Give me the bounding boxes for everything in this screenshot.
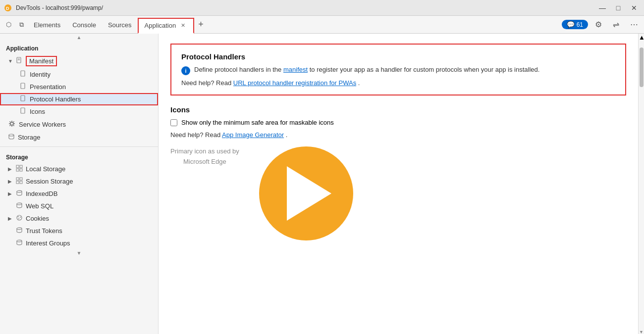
tab-console[interactable]: Console xyxy=(66,17,102,33)
scroll-thumb[interactable] xyxy=(640,48,644,87)
tabbar: ⬡ ⧉ Elements Console Sources Application… xyxy=(0,16,644,34)
protocol-help-line: Need help? Read URL protocol handler reg… xyxy=(181,79,615,87)
svg-point-9 xyxy=(10,122,13,125)
indexeddb-label: IndexedDB xyxy=(26,190,57,197)
svg-rect-23 xyxy=(16,178,19,180)
manifest-link[interactable]: manifest xyxy=(283,66,308,73)
svg-rect-21 xyxy=(16,169,19,171)
indexeddb-cylinder-icon xyxy=(16,190,23,198)
svg-rect-24 xyxy=(20,178,22,180)
sidebar-item-local-storage[interactable]: ▶ Local Storage xyxy=(0,163,158,175)
local-storage-label: Local Storage xyxy=(26,165,65,173)
sidebar-item-indexeddb[interactable]: ▶ IndexedDB xyxy=(0,188,158,200)
pwa-link[interactable]: URL protocol handler registration for PW… xyxy=(233,79,356,87)
maskable-icons-label: Show only the minimum safe area for mask… xyxy=(181,119,334,126)
svg-line-16 xyxy=(13,122,14,122)
svg-point-30 xyxy=(18,216,19,217)
main-layout: ▲ Application ▼ Manifest Identity Presen… xyxy=(0,34,644,334)
svg-rect-20 xyxy=(20,165,22,168)
manifest-file-icon xyxy=(16,57,23,65)
cookies-icon xyxy=(16,214,23,223)
close-button[interactable]: ✕ xyxy=(628,3,640,12)
tab-application-close[interactable]: ✕ xyxy=(179,21,187,30)
protocol-handlers-label: Protocol Handlers xyxy=(30,95,81,103)
titlebar: D DevTools - localhost:999/pwamp/ — □ ✕ xyxy=(0,0,644,16)
primary-icon-area: Primary icon as used by Microsoft Edge xyxy=(170,146,626,240)
indexeddb-expand-icon: ▶ xyxy=(8,191,12,196)
cookies-expand-icon: ▶ xyxy=(8,216,12,221)
maximize-button[interactable]: □ xyxy=(612,3,624,12)
svg-point-27 xyxy=(17,191,22,192)
svg-rect-25 xyxy=(16,181,19,184)
play-icon xyxy=(287,166,331,221)
tab-sources-label: Sources xyxy=(108,21,132,29)
local-storage-grid-icon xyxy=(16,165,23,173)
more-button[interactable]: ⋯ xyxy=(626,18,642,31)
svg-rect-19 xyxy=(16,165,19,168)
storage-tree-label: Storage xyxy=(18,134,41,141)
content-scrollbar[interactable]: ▲ ▼ xyxy=(638,34,644,334)
settings-button[interactable]: ⚙ xyxy=(591,18,606,31)
sidebar-item-service-workers[interactable]: Service Workers xyxy=(0,118,158,131)
presentation-file-icon xyxy=(20,83,27,91)
scroll-up-indicator: ▲ xyxy=(0,34,158,41)
sidebar-item-manifest[interactable]: ▼ Manifest xyxy=(0,54,158,68)
svg-rect-22 xyxy=(20,169,22,171)
window-title: DevTools - localhost:999/pwamp/ xyxy=(16,4,592,11)
svg-point-32 xyxy=(18,218,19,219)
scroll-up-btn[interactable]: ▲ xyxy=(639,34,644,38)
tab-add-button[interactable]: + xyxy=(194,19,208,30)
sidebar-item-trust-tokens[interactable]: Trust Tokens xyxy=(0,225,158,237)
sidebar-item-session-storage[interactable]: ▶ Session Storage xyxy=(0,175,158,188)
protocol-info-text: Define protocol handlers in the manifest… xyxy=(194,66,539,73)
scroll-down-btn[interactable]: ▼ xyxy=(639,330,644,334)
tab-elements-label: Elements xyxy=(34,21,60,29)
websql-cylinder-icon xyxy=(16,202,23,210)
protocol-handlers-section: Protocol Handlers i Define protocol hand… xyxy=(170,44,626,95)
svg-line-14 xyxy=(10,122,10,122)
tab-elements[interactable]: Elements xyxy=(28,17,66,33)
sidebar-item-websql[interactable]: Web SQL xyxy=(0,200,158,212)
interest-groups-cylinder-icon xyxy=(16,239,23,247)
interest-groups-label: Interest Groups xyxy=(26,239,70,247)
tab-application-label: Application xyxy=(145,22,176,29)
issues-badge-button[interactable]: 💬 61 xyxy=(562,20,588,29)
maskable-icons-checkbox[interactable] xyxy=(170,119,177,126)
icons-title: Icons xyxy=(170,105,626,114)
sidebar-item-cookies[interactable]: ▶ Cookies xyxy=(0,212,158,225)
sidebar-item-protocol-handlers[interactable]: Protocol Handlers xyxy=(0,93,158,105)
minimize-button[interactable]: — xyxy=(596,3,608,12)
svg-point-31 xyxy=(20,217,21,218)
sidebar: ▲ Application ▼ Manifest Identity Presen… xyxy=(0,34,159,334)
sidebar-item-icons[interactable]: Icons xyxy=(0,105,158,118)
tab-nav-back[interactable]: ⬡ xyxy=(2,19,15,30)
remote-button[interactable]: ⇌ xyxy=(609,18,623,31)
app-icon xyxy=(259,146,353,240)
scroll-thumb-area xyxy=(639,38,644,330)
tab-sources[interactable]: Sources xyxy=(102,17,138,33)
svg-rect-26 xyxy=(20,181,22,184)
cookies-label: Cookies xyxy=(26,215,49,222)
app-image-link[interactable]: App Image Generator xyxy=(222,131,284,139)
protocol-handlers-title: Protocol Handlers xyxy=(181,52,615,61)
storage-db-icon xyxy=(8,133,15,142)
sidebar-item-presentation[interactable]: Presentation xyxy=(0,81,158,93)
icons-help-line: Need help? Read App Image Generator . xyxy=(170,131,626,139)
trust-tokens-label: Trust Tokens xyxy=(26,227,62,235)
svg-line-15 xyxy=(13,125,14,126)
primary-icon-label-text: Primary icon as used by Microsoft Edge xyxy=(170,146,239,167)
identity-label: Identity xyxy=(30,71,51,78)
sidebar-item-interest-groups[interactable]: Interest Groups xyxy=(0,237,158,249)
toolbar-right: 💬 61 ⚙ ⇌ ⋯ xyxy=(562,18,642,31)
sidebar-item-storage-tree[interactable]: Storage xyxy=(0,131,158,143)
websql-label: Web SQL xyxy=(26,202,54,210)
identity-file-icon xyxy=(20,70,27,79)
issues-count: 61 xyxy=(577,21,583,28)
sidebar-item-identity[interactable]: Identity xyxy=(0,68,158,81)
tab-nav-dock[interactable]: ⧉ xyxy=(15,19,28,31)
issues-icon: 💬 xyxy=(567,21,575,28)
tab-application[interactable]: Application ✕ xyxy=(138,18,195,34)
icons-section: Icons Show only the minimum safe area fo… xyxy=(170,105,626,240)
svg-point-28 xyxy=(17,203,22,205)
content-area: Protocol Handlers i Define protocol hand… xyxy=(159,34,638,334)
